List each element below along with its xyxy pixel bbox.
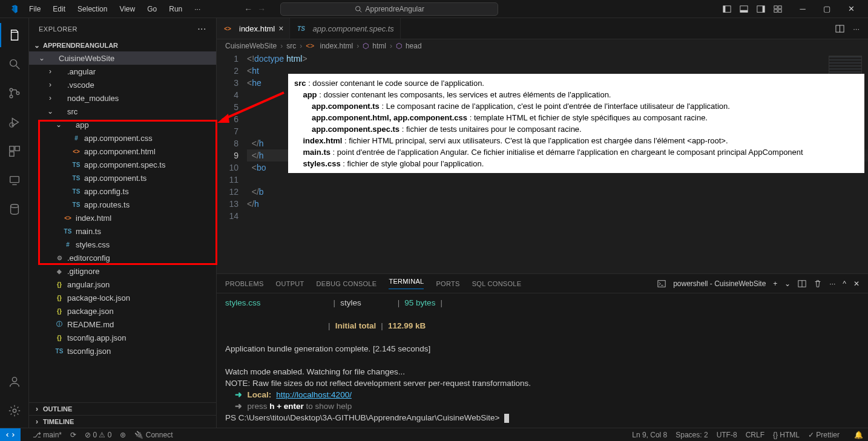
activity-scm[interactable] [0, 81, 29, 105]
split-editor-icon[interactable] [835, 24, 844, 33]
activity-db[interactable] [0, 197, 29, 221]
annotation-arrow-icon [217, 90, 290, 126]
tree-item[interactable]: <>index.html [29, 211, 216, 224]
status-encoding[interactable]: UTF-8 [717, 431, 737, 439]
tree-item[interactable]: TSapp.routes.ts [29, 198, 216, 211]
activity-search[interactable] [0, 52, 29, 76]
terminal-profile-label[interactable]: powershell - CuisineWebSite [673, 279, 766, 288]
status-radio-icon[interactable]: ⊛ [120, 431, 126, 439]
status-sync[interactable]: ⟳ [70, 431, 76, 439]
activity-bar [0, 18, 29, 428]
file-icon [54, 106, 64, 116]
window-maximize-icon[interactable]: ▢ [815, 0, 839, 18]
tree-item[interactable]: {}angular.json [29, 278, 216, 291]
menu-edit[interactable]: Edit [48, 2, 70, 16]
tree-item[interactable]: ⌄CuisineWebSite [29, 51, 216, 65]
tree-item[interactable]: #styles.css [29, 238, 216, 251]
tree-item[interactable]: ›.vscode [29, 78, 216, 91]
status-problems[interactable]: ⊘ 0 ⚠ 0 [85, 431, 111, 439]
panel-maximize-icon[interactable]: ^ [843, 279, 846, 288]
tab-more-icon[interactable]: ··· [853, 24, 860, 33]
tree-item[interactable]: ◆.gitignore [29, 264, 216, 278]
editor-tab[interactable]: TSapp.component.spec.ts [290, 18, 400, 39]
tree-item[interactable]: TSmain.ts [29, 224, 216, 238]
terminal-trash-icon[interactable] [814, 279, 822, 288]
status-spaces[interactable]: Spaces: 2 [676, 431, 708, 439]
tab-close-icon[interactable]: × [278, 24, 283, 33]
file-icon: {} [54, 333, 64, 342]
outline-section[interactable]: ›OUTLINE [29, 402, 216, 415]
remote-indicator[interactable] [0, 428, 21, 442]
tree-item[interactable]: TSapp.component.ts [29, 171, 216, 185]
menu-file[interactable]: File [24, 2, 45, 16]
tree-item[interactable]: {}package-lock.json [29, 291, 216, 304]
layout-panel-icon[interactable] [740, 5, 748, 13]
panel-tab-sql[interactable]: SQL CONSOLE [472, 280, 522, 287]
title-bar: File Edit Selection View Go Run ··· ← → … [0, 0, 868, 18]
tree-item[interactable]: #app.component.css [29, 131, 216, 145]
sidebar-more-icon[interactable]: ··· [197, 24, 206, 34]
status-position[interactable]: Ln 9, Col 8 [632, 431, 667, 439]
explorer-root[interactable]: ⌄APPRENDREANGULAR [29, 39, 216, 51]
breadcrumb[interactable]: CuisineWebSite› src› <> index.html› ⬡htm… [217, 39, 868, 53]
status-connect[interactable]: 🔌 Connect [134, 431, 173, 439]
layout-customize-icon[interactable] [774, 5, 782, 13]
panel-tab-ports[interactable]: PORTS [436, 280, 459, 287]
panel-tab-output[interactable]: OUTPUT [276, 280, 304, 287]
terminal-split-icon[interactable] [798, 279, 806, 288]
menu-view[interactable]: View [114, 2, 140, 16]
menu-more[interactable]: ··· [189, 2, 205, 16]
file-icon: TS [296, 24, 306, 33]
menu-selection[interactable]: Selection [73, 2, 112, 16]
status-branch[interactable]: ⎇ main* [33, 431, 62, 439]
nav-forward-icon[interactable]: → [257, 4, 266, 14]
tree-item[interactable]: {}package.json [29, 304, 216, 318]
tree-item-label: app [76, 120, 89, 129]
terminal-output[interactable]: styles.css| styles| 95 bytes | | Initial… [217, 293, 868, 428]
terminal-new-icon[interactable]: + [773, 279, 777, 288]
tree-item[interactable]: ⚙.editorconfig [29, 251, 216, 264]
file-icon: ⓘ [54, 319, 64, 329]
tree-item[interactable]: ⌄src [29, 105, 216, 118]
tree-item[interactable]: ›node_modules [29, 91, 216, 105]
tree-item[interactable]: <>app.component.html [29, 145, 216, 158]
menu-go[interactable]: Go [142, 2, 162, 16]
panel-tab-terminal[interactable]: TERMINAL [389, 278, 424, 289]
layout-sidebar-right-icon[interactable] [757, 5, 765, 13]
activity-extensions[interactable] [0, 139, 29, 163]
tree-item-label: .angular [67, 67, 96, 76]
activity-debug[interactable] [0, 110, 29, 134]
activity-explorer[interactable] [0, 23, 29, 47]
command-center[interactable]: ApprendreAngular [280, 2, 498, 16]
status-eol[interactable]: CRLF [746, 431, 764, 439]
tree-item-label: .editorconfig [67, 253, 110, 263]
status-bell-icon[interactable]: 🔔 [854, 431, 863, 439]
tree-item[interactable]: TStsconfig.json [29, 344, 216, 358]
tree-item[interactable]: TSapp.component.spec.ts [29, 158, 216, 171]
layout-sidebar-left-icon[interactable] [723, 5, 731, 13]
file-icon: TS [71, 160, 81, 169]
menu-run[interactable]: Run [164, 2, 187, 16]
nav-back-icon[interactable]: ← [244, 4, 252, 14]
tree-item[interactable]: ⓘREADME.md [29, 318, 216, 331]
svg-rect-28 [658, 280, 665, 287]
activity-settings[interactable] [0, 399, 29, 423]
status-language[interactable]: {} HTML [773, 431, 800, 439]
terminal-dropdown-icon[interactable]: ⌄ [784, 279, 791, 288]
panel-close-icon[interactable]: ✕ [853, 279, 860, 288]
panel-tab-debug[interactable]: DEBUG CONSOLE [317, 280, 377, 287]
tree-item[interactable]: ›.angular [29, 65, 216, 78]
editor-tab[interactable]: <>index.html× [217, 18, 290, 39]
tree-item[interactable]: TSapp.config.ts [29, 185, 216, 198]
tree-item[interactable]: {}tsconfig.app.json [29, 331, 216, 344]
tree-item-label: package-lock.json [67, 293, 130, 302]
window-minimize-icon[interactable]: ─ [791, 0, 815, 18]
tree-item[interactable]: ⌄app [29, 118, 216, 131]
activity-remote[interactable] [0, 168, 29, 192]
window-close-icon[interactable]: ✕ [839, 0, 863, 18]
status-prettier[interactable]: ✓ Prettier [808, 431, 840, 439]
panel-tab-problems[interactable]: PROBLEMS [225, 280, 264, 287]
panel-more-icon[interactable]: ··· [829, 279, 835, 288]
activity-account[interactable] [0, 370, 29, 394]
timeline-section[interactable]: ›TIMELINE [29, 415, 216, 428]
